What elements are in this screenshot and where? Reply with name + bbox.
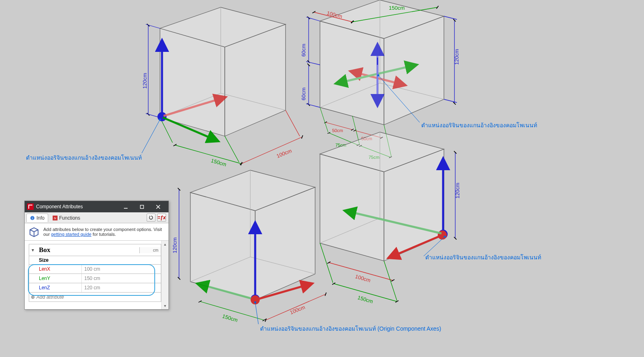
component-header[interactable]: ▾ Box cm xyxy=(29,244,161,256)
svg-rect-91 xyxy=(140,205,143,208)
info-icon: i xyxy=(30,216,35,220)
svg-line-36 xyxy=(306,17,320,21)
svg-point-89 xyxy=(444,236,446,238)
attribute-key: LenX xyxy=(29,266,81,272)
window-titlebar[interactable]: Component Attributes xyxy=(25,201,168,212)
component-attributes-window: Component Attributes i Info fx Functions xyxy=(24,201,169,310)
svg-line-37 xyxy=(306,62,320,65)
attribute-value[interactable]: 100 cm xyxy=(81,265,161,274)
svg-point-72 xyxy=(254,301,256,304)
svg-line-7 xyxy=(146,113,160,118)
svg-text:120cm: 120cm xyxy=(454,49,460,65)
attribute-key: LenZ xyxy=(29,285,81,291)
svg-text:100cm: 100cm xyxy=(276,148,293,159)
add-attribute-label: Add attribute xyxy=(36,294,64,300)
attribute-row[interactable]: LenZ120 cm xyxy=(29,283,161,293)
tab-bar: i Info fx Functions =ƒx xyxy=(25,212,168,223)
refresh-button[interactable] xyxy=(147,214,156,222)
svg-text:150cm: 150cm xyxy=(222,313,239,323)
svg-text:120cm: 120cm xyxy=(142,73,148,89)
help-banner: Add attributes below to create your comp… xyxy=(25,223,168,241)
svg-line-12 xyxy=(225,136,239,162)
svg-line-15 xyxy=(286,110,300,136)
annotation-top-left: ตำแหน่งออริจินของแกนอ้างอิงของคอมโพเนนท์ xyxy=(26,153,142,162)
tab-info-label: Info xyxy=(36,215,45,221)
component-name: Box xyxy=(36,244,139,256)
svg-marker-73 xyxy=(320,154,384,261)
svg-text:100cm: 100cm xyxy=(289,304,306,316)
attribute-value[interactable]: 150 cm xyxy=(81,274,161,283)
svg-line-47 xyxy=(320,107,328,132)
svg-line-32 xyxy=(444,99,457,103)
getting-started-link[interactable]: getting started guide xyxy=(51,232,92,237)
fx-icon: fx xyxy=(53,216,58,220)
svg-text:120cm: 120cm xyxy=(172,237,178,253)
svg-text:150cm: 150cm xyxy=(389,5,405,11)
svg-text:fx: fx xyxy=(54,217,56,220)
annotation-top-right: ตำแหน่งออริจินของแกนอ้างอิงของคอมโพเนนท์ xyxy=(421,121,537,130)
scroll-down-icon[interactable]: ▾ xyxy=(162,302,168,309)
close-button[interactable] xyxy=(150,201,166,212)
svg-point-57 xyxy=(377,75,380,77)
svg-text:60cm: 60cm xyxy=(301,88,307,100)
minimize-button[interactable] xyxy=(117,201,134,212)
unit-toggle[interactable]: cm xyxy=(139,247,161,253)
svg-text:150cm: 150cm xyxy=(357,294,374,304)
tab-functions[interactable]: fx Functions xyxy=(49,214,84,222)
annotation-bottom-right: ตำแหน่งออริจินของแกนอ้างอิงของคอมโพเนนท์ xyxy=(425,253,541,262)
attribute-key: LenY xyxy=(29,276,81,281)
svg-text:120cm: 120cm xyxy=(454,183,461,199)
annotation-bottom-left: ตำแหน่งออริจินของแกนอ้างอิงของคอมโพเนนท์… xyxy=(260,324,441,333)
svg-text:50cm: 50cm xyxy=(332,128,343,133)
toggle-formula-button[interactable]: =ƒx xyxy=(157,214,166,222)
collapse-icon[interactable]: ▾ xyxy=(29,247,36,253)
svg-line-83 xyxy=(384,261,397,301)
window-title: Component Attributes xyxy=(36,204,117,209)
svg-line-8 xyxy=(146,24,160,28)
box-top-left: 120cm 150cm 100cm xyxy=(142,7,302,168)
attribute-row[interactable]: LenX100 cm xyxy=(29,265,161,274)
box-bottom-right: 120cm 100cm 150cm xyxy=(320,132,461,305)
svg-text:60cm: 60cm xyxy=(301,44,307,57)
scrollbar[interactable]: ▴ ▾ xyxy=(161,241,168,309)
svg-line-14 xyxy=(241,137,302,164)
maximize-button[interactable] xyxy=(134,201,150,212)
attribute-value[interactable]: 120 cm xyxy=(81,283,161,292)
box-bottom-left: 120cm 150cm 100cm xyxy=(172,170,326,324)
size-section-header: Size xyxy=(29,256,161,265)
svg-line-31 xyxy=(444,16,457,19)
attribute-row[interactable]: LenY150 cm xyxy=(29,274,161,283)
tab-functions-label: Functions xyxy=(59,215,80,221)
svg-text:100cm: 100cm xyxy=(354,273,371,283)
add-icon: ⊕ xyxy=(29,294,36,300)
help-text-suffix: for tutorials. xyxy=(93,232,116,237)
add-attribute-row[interactable]: ⊕ Add attribute xyxy=(29,293,161,302)
svg-line-20 xyxy=(142,120,160,153)
svg-marker-22 xyxy=(320,21,384,125)
scroll-up-icon[interactable]: ▴ xyxy=(162,241,168,248)
sketchup-icon xyxy=(27,203,34,210)
tab-info[interactable]: i Info xyxy=(26,214,48,222)
svg-line-38 xyxy=(306,104,320,107)
svg-point-21 xyxy=(159,119,161,121)
svg-line-71 xyxy=(255,302,258,324)
cube-icon xyxy=(28,226,40,238)
